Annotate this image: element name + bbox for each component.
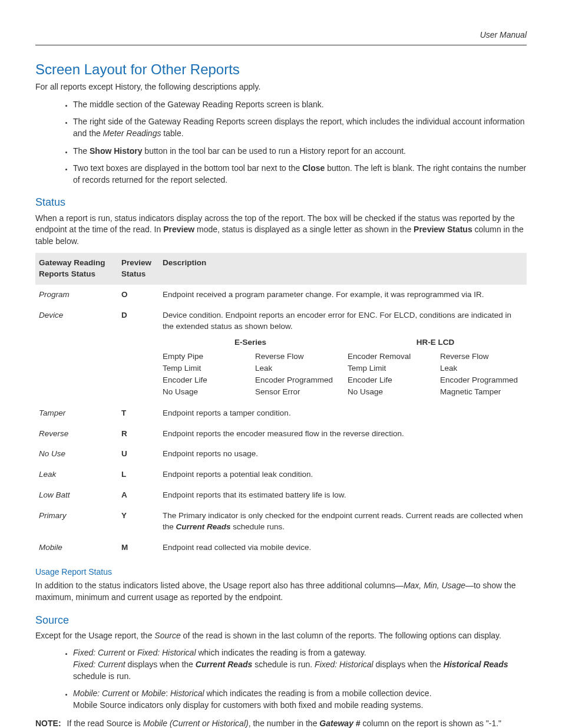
- section-source-title: Source: [35, 613, 527, 628]
- device-sub-grid: E-Series HR-E LCD Empty Pipe Temp Limit …: [163, 337, 523, 398]
- text: Two text boxes are displayed in the bott…: [73, 163, 302, 173]
- text-bold: Show History: [90, 146, 142, 156]
- cell: Endpoint read collected via mobile devic…: [159, 538, 527, 558]
- text: schedule is run.: [73, 671, 131, 681]
- note-label: NOTE:: [35, 718, 61, 728]
- cell: R: [118, 424, 159, 444]
- text: column on the report is shown as "-1.": [361, 719, 502, 728]
- cell: U: [118, 444, 159, 465]
- cell: O: [118, 285, 159, 305]
- cell: Endpoint received a program parameter ch…: [159, 285, 527, 305]
- text: which indicates the reading is from a mo…: [204, 689, 432, 698]
- text: displays when the: [125, 660, 196, 669]
- cell: No Use: [35, 444, 118, 465]
- text: Leak: [255, 363, 338, 374]
- cell: Device condition. Endpoint reports an en…: [159, 305, 527, 403]
- col-header: Description: [159, 253, 527, 285]
- text: or: [125, 648, 137, 657]
- usage-paragraph: In addition to the status indicators lis…: [35, 580, 527, 603]
- text: Device condition. Endpoint reports an en…: [163, 310, 523, 332]
- table-row: Low BattAEndpoint reports that its estim…: [35, 485, 527, 506]
- text: In addition to the status indicators lis…: [35, 581, 404, 590]
- source-bullets: Fixed: Current or Fixed: Historical whic…: [35, 647, 527, 711]
- cell: L: [118, 465, 159, 485]
- text-italic: Mobile: Current: [73, 689, 130, 698]
- text: Encoder Programmed: [255, 374, 338, 386]
- text-bold-italic: Gateway #: [319, 719, 360, 728]
- table-row: Program O Endpoint received a program pa…: [35, 285, 527, 305]
- text: Leak: [440, 363, 523, 374]
- text: Reverse Flow: [440, 351, 523, 363]
- cell: T: [118, 403, 159, 424]
- text: table.: [161, 129, 183, 138]
- text: schedule is run.: [252, 660, 315, 669]
- sub-cell: Empty Pipe Temp Limit Encoder Life No Us…: [163, 351, 246, 398]
- cell: A: [118, 485, 159, 506]
- status-paragraph: When a report is run, status indicators …: [35, 213, 527, 248]
- text: or: [130, 689, 141, 698]
- table-row: LeakLEndpoint reports a potential leak c…: [35, 465, 527, 485]
- text: Encoder Removal: [348, 351, 431, 363]
- text: The: [73, 146, 90, 156]
- table-row: Primary Y The Primary indicator is only …: [35, 506, 527, 538]
- text: Mobile Source indicators only display fo…: [73, 700, 424, 710]
- list-item: The Show History button in the tool bar …: [73, 146, 527, 157]
- cell: Low Batt: [35, 485, 118, 506]
- text-italic: Source: [154, 631, 180, 640]
- text-italic: Mobile (Current or Historical): [143, 719, 249, 728]
- text: Encoder Programmed: [440, 374, 523, 386]
- cell: Device: [35, 305, 118, 403]
- col-header: Gateway Reading Reports Status: [35, 253, 118, 285]
- cell: Endpoint reports no usage.: [159, 444, 527, 465]
- text-italic: Fixed: Current: [73, 660, 125, 669]
- cell: D: [118, 305, 159, 403]
- note-text: If the read Source is Mobile (Current or…: [67, 718, 527, 728]
- text-italic: Meter Readings: [103, 129, 161, 138]
- text: which indicates the reading is from a ga…: [196, 648, 366, 657]
- sub-cell: Reverse Flow Leak Encoder Programmed Mag…: [440, 351, 523, 398]
- text-italic: Fixed: Historical: [315, 660, 373, 669]
- text: Magnetic Tamper: [440, 386, 523, 398]
- text-bold: Close: [302, 163, 325, 173]
- cell: The Primary indicator is only checked fo…: [159, 506, 527, 538]
- text: Temp Limit: [163, 363, 246, 374]
- text-bold-italic: Current Reads: [196, 660, 252, 669]
- text: :: [166, 689, 170, 698]
- col-header: Preview Status: [118, 253, 159, 285]
- text: , the number in the: [249, 719, 320, 728]
- cell: Endpoint reports the encoder measured fl…: [159, 424, 527, 444]
- cell: M: [118, 538, 159, 558]
- cell: Reverse: [35, 424, 118, 444]
- cell: Leak: [35, 465, 118, 485]
- text-bold: Preview: [163, 225, 194, 234]
- text-italic: Max, Min, Usage: [404, 581, 465, 590]
- table-row: Device D Device condition. Endpoint repo…: [35, 305, 527, 403]
- sub-cell: Reverse Flow Leak Encoder Programmed Sen…: [255, 351, 338, 398]
- text-italic: Mobile: [141, 689, 166, 698]
- text: Except for the Usage report, the: [35, 631, 154, 640]
- cell: Y: [118, 506, 159, 538]
- text: displays when the: [373, 660, 444, 669]
- text-bold-italic: Current Reads: [176, 522, 231, 531]
- text-bold: Preview Status: [414, 225, 472, 234]
- section-status-title: Status: [35, 195, 527, 210]
- list-item: Two text boxes are displayed in the bott…: [73, 163, 527, 186]
- section-usage-title: Usage Report Status: [35, 566, 527, 578]
- cell: Tamper: [35, 403, 118, 424]
- text: If the read Source is: [67, 719, 143, 728]
- table-row: ReverseREndpoint reports the encoder mea…: [35, 424, 527, 444]
- table-header-row: Gateway Reading Reports Status Preview S…: [35, 253, 527, 285]
- note: NOTE: If the read Source is Mobile (Curr…: [35, 718, 527, 728]
- text: of the read is shown in the last column …: [181, 631, 501, 640]
- cell: Mobile: [35, 538, 118, 558]
- intro-bullets: The middle section of the Gateway Readin…: [35, 99, 527, 186]
- table-row: MobileMEndpoint read collected via mobil…: [35, 538, 527, 558]
- table-row: TamperTEndpoint reports a tamper conditi…: [35, 403, 527, 424]
- list-item: Fixed: Current or Fixed: Historical whic…: [73, 647, 527, 682]
- text: button in the tool bar can be used to ru…: [142, 146, 406, 156]
- sub-col-header: E-Series: [163, 337, 338, 351]
- text-bold-italic: Historical Reads: [444, 660, 508, 669]
- status-table: Gateway Reading Reports Status Preview S…: [35, 253, 527, 558]
- cell: Primary: [35, 506, 118, 538]
- text: No Usage: [348, 386, 431, 398]
